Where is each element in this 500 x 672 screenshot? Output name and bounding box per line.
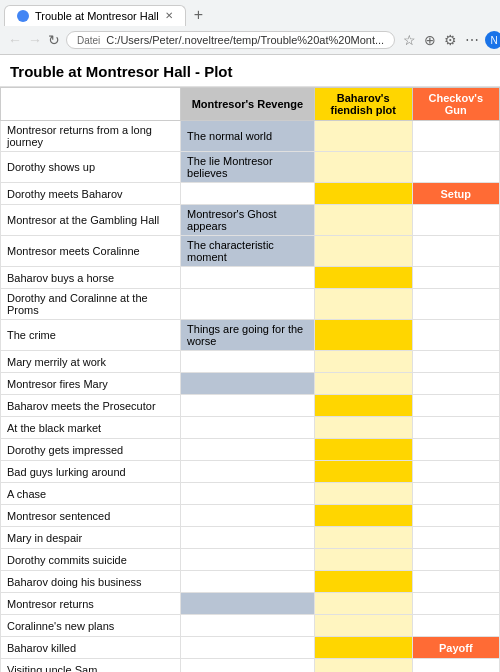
- back-button[interactable]: ←: [8, 30, 22, 50]
- table-row: Baharov killedPayoff: [1, 637, 500, 659]
- table-row: The crimeThings are going for the worse: [1, 320, 500, 351]
- checkov-cell: Setup: [412, 183, 499, 205]
- baharov-cell: [314, 571, 412, 593]
- montresor-cell: [181, 439, 315, 461]
- scene-label: Dorothy and Coralinne at the Proms: [1, 289, 181, 320]
- montresor-cell: [181, 615, 315, 637]
- tab-close-button[interactable]: ✕: [165, 10, 173, 21]
- montresor-cell: [181, 505, 315, 527]
- page-title: Trouble at Montresor Hall - Plot: [0, 55, 500, 87]
- checkov-cell: [412, 236, 499, 267]
- active-tab[interactable]: Trouble at Montresor Hall ✕: [4, 5, 186, 26]
- table-body: Montresor returns from a long journeyThe…: [1, 121, 500, 673]
- scene-label: At the black market: [1, 417, 181, 439]
- browser-actions: ☆ ⊕ ⚙ ⋯ N: [401, 30, 500, 50]
- montresor-cell: [181, 637, 315, 659]
- table-row: Montresor fires Mary: [1, 373, 500, 395]
- scene-label: Mary merrily at work: [1, 351, 181, 373]
- tab-title: Trouble at Montresor Hall: [35, 10, 159, 22]
- checkov-cell: [412, 593, 499, 615]
- scene-label: Montresor meets Coralinne: [1, 236, 181, 267]
- baharov-cell: [314, 461, 412, 483]
- table-row: Visiting uncle Sam: [1, 659, 500, 673]
- url-path: C:/Users/Peter/.noveltree/temp/Trouble%2…: [106, 34, 384, 46]
- montresor-cell: [181, 267, 315, 289]
- scene-label: Montresor at the Gambling Hall: [1, 205, 181, 236]
- montresor-cell: [181, 289, 315, 320]
- scene-label: Baharov killed: [1, 637, 181, 659]
- scene-label: Dorothy meets Baharov: [1, 183, 181, 205]
- montresor-cell: [181, 571, 315, 593]
- montresor-cell: [181, 549, 315, 571]
- table-row: Montresor returns: [1, 593, 500, 615]
- bookmark-star-icon[interactable]: ☆: [401, 30, 418, 50]
- table-header-row: Montresor's Revenge Baharov's fiendish p…: [1, 88, 500, 121]
- checkov-cell: [412, 395, 499, 417]
- table-row: Baharov meets the Prosecutor: [1, 395, 500, 417]
- extensions-icon[interactable]: ⚙: [442, 30, 459, 50]
- table-row: Dorothy and Coralinne at the Proms: [1, 289, 500, 320]
- table-row: Baharov doing his business: [1, 571, 500, 593]
- checkov-cell: [412, 615, 499, 637]
- montresor-cell: [181, 593, 315, 615]
- checkov-cell: [412, 205, 499, 236]
- scene-label: Baharov doing his business: [1, 571, 181, 593]
- url-protocol: Datei: [77, 35, 100, 46]
- plot-table: Montresor's Revenge Baharov's fiendish p…: [0, 87, 500, 672]
- table-row: Baharov buys a horse: [1, 267, 500, 289]
- scene-label: Montresor returns: [1, 593, 181, 615]
- checkov-cell: [412, 439, 499, 461]
- table-row: Dorothy shows upThe lie Montresor believ…: [1, 152, 500, 183]
- tab-favicon: [17, 10, 29, 22]
- montresor-cell: Things are going for the worse: [181, 320, 315, 351]
- browser-chrome: Trouble at Montresor Hall ✕ + ← → ↻ Date…: [0, 0, 500, 55]
- tab-bar: Trouble at Montresor Hall ✕ +: [0, 0, 500, 26]
- scene-label: Dorothy commits suicide: [1, 549, 181, 571]
- baharov-cell: [314, 659, 412, 673]
- history-icon[interactable]: ⊕: [422, 30, 438, 50]
- header-baharov: Baharov's fiendish plot: [314, 88, 412, 121]
- header-montresor: Montresor's Revenge: [181, 88, 315, 121]
- scene-label: Dorothy shows up: [1, 152, 181, 183]
- table-row: At the black market: [1, 417, 500, 439]
- baharov-cell: [314, 183, 412, 205]
- scene-label: Coralinne's new plans: [1, 615, 181, 637]
- montresor-cell: [181, 659, 315, 673]
- checkov-cell: [412, 267, 499, 289]
- baharov-cell: [314, 351, 412, 373]
- menu-icon[interactable]: ⋯: [463, 30, 481, 50]
- new-tab-button[interactable]: +: [188, 4, 209, 26]
- baharov-cell: [314, 483, 412, 505]
- montresor-cell: [181, 417, 315, 439]
- scene-label: Visiting uncle Sam: [1, 659, 181, 673]
- montresor-cell: [181, 395, 315, 417]
- header-scene: [1, 88, 181, 121]
- scene-label: Montresor returns from a long journey: [1, 121, 181, 152]
- checkov-cell: [412, 659, 499, 673]
- profile-icon[interactable]: N: [485, 31, 500, 49]
- baharov-cell: [314, 373, 412, 395]
- checkov-cell: [412, 152, 499, 183]
- header-checkov: Checkov's Gun: [412, 88, 499, 121]
- montresor-cell: [181, 461, 315, 483]
- baharov-cell: [314, 439, 412, 461]
- refresh-button[interactable]: ↻: [48, 30, 60, 50]
- checkov-cell: [412, 373, 499, 395]
- baharov-cell: [314, 236, 412, 267]
- checkov-cell: [412, 320, 499, 351]
- table-row: Dorothy commits suicide: [1, 549, 500, 571]
- baharov-cell: [314, 320, 412, 351]
- montresor-cell: [181, 351, 315, 373]
- montresor-cell: Montresor's Ghost appears: [181, 205, 315, 236]
- checkov-cell: [412, 505, 499, 527]
- forward-button[interactable]: →: [28, 30, 42, 50]
- baharov-cell: [314, 637, 412, 659]
- url-bar[interactable]: Datei C:/Users/Peter/.noveltree/temp/Tro…: [66, 31, 395, 49]
- scene-label: A chase: [1, 483, 181, 505]
- table-row: Montresor returns from a long journeyThe…: [1, 121, 500, 152]
- baharov-cell: [314, 505, 412, 527]
- table-row: Montresor meets CoralinneThe characteris…: [1, 236, 500, 267]
- baharov-cell: [314, 395, 412, 417]
- checkov-cell: [412, 121, 499, 152]
- scene-label: Baharov meets the Prosecutor: [1, 395, 181, 417]
